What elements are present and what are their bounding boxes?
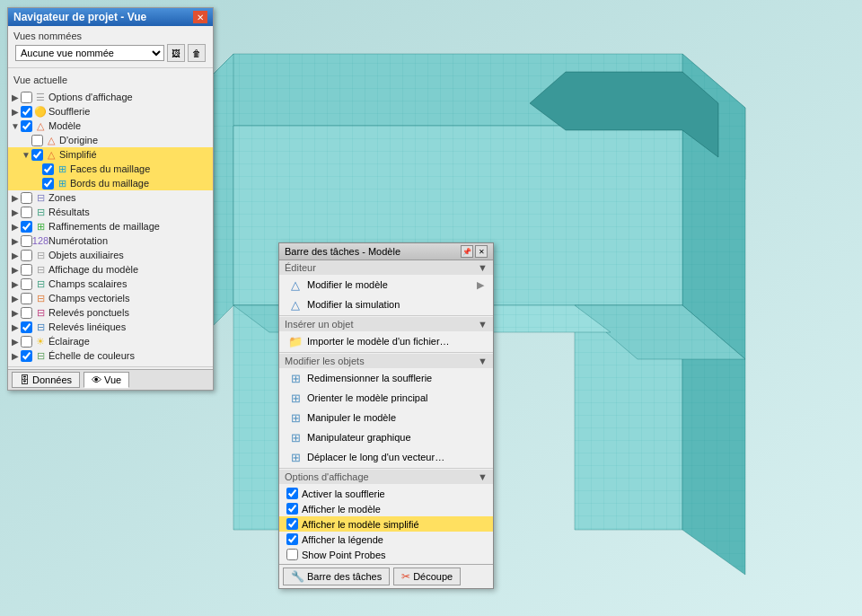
tree-expand-raffinements[interactable]: ▶: [10, 222, 21, 232]
tree-expand-resultats[interactable]: ▶: [10, 207, 21, 217]
show-probes-checkbox[interactable]: [286, 549, 298, 560]
tree-checkbox-zones[interactable]: [21, 192, 32, 204]
manipuler-icon: ⊞: [288, 410, 303, 425]
deplacer-item[interactable]: ⊞ Déplacer le long d'un vecteur…: [279, 447, 493, 467]
tree-expand-releves[interactable]: ▶: [10, 308, 21, 318]
tree-item-soufflerie[interactable]: ▶🟡Soufflerie: [8, 104, 213, 119]
tree-checkbox-options[interactable]: [21, 92, 32, 103]
afficher-legende-checkbox[interactable]: [286, 533, 298, 545]
taskbar-close-button[interactable]: ✕: [475, 245, 488, 258]
tree-item-vecteurs[interactable]: ▶⊟Champs vectoriels: [8, 291, 213, 305]
tree-checkbox-echelle[interactable]: [21, 350, 32, 362]
tree-item-eclairage[interactable]: ▶☀Éclairage: [8, 334, 213, 348]
afficher-modele-checkbox[interactable]: [286, 503, 298, 515]
nav-close-button[interactable]: ✕: [193, 11, 207, 23]
tree-item-zones[interactable]: ▶⊟Zones: [8, 190, 213, 205]
tree-checkbox-releves[interactable]: [21, 307, 32, 319]
tree-checkbox-soufflerie[interactable]: [21, 106, 32, 118]
modifier-modele-item[interactable]: △ Modifier le modèle ▶: [279, 275, 493, 295]
tree-item-releves[interactable]: ▶⊟Relevés ponctuels: [8, 305, 213, 320]
tree-expand-eclairage[interactable]: ▶: [10, 337, 21, 347]
redimensionner-item[interactable]: ⊞ Redimensionner la soufflerie: [279, 368, 493, 388]
activer-soufflerie-checkbox[interactable]: [286, 488, 298, 499]
afficher-simplifie-checkbox[interactable]: [286, 518, 298, 530]
current-view-label: Vue actuelle: [12, 72, 209, 86]
tree-label-raffinements: Raffinements de maillage: [48, 221, 160, 232]
tree-checkbox-resultats[interactable]: [21, 207, 32, 218]
tree-item-scalaires[interactable]: ▶⊟Champs scalaires: [8, 277, 213, 291]
named-views-select[interactable]: Aucune vue nommée: [15, 45, 164, 61]
taskbar-pin-button[interactable]: 📌: [461, 245, 473, 258]
afficher-modele-label: Afficher le modèle: [302, 504, 381, 515]
tree-checkbox-scalaires[interactable]: [21, 278, 32, 290]
tree-expand-zones[interactable]: ▶: [10, 193, 21, 203]
tree-expand-vecteurs[interactable]: ▶: [10, 294, 21, 304]
tree-expand-soufflerie[interactable]: ▶: [10, 107, 21, 117]
tree-checkbox-modele[interactable]: [21, 120, 32, 132]
tree-item-objets_aux[interactable]: ▶⊟Objets auxiliaires: [8, 248, 213, 262]
tree-checkbox-dorigine[interactable]: [31, 135, 43, 146]
tree-checkbox-vecteurs[interactable]: [21, 293, 32, 304]
tree-checkbox-affichage[interactable]: [21, 264, 32, 276]
nav-save-view-button[interactable]: 🖼: [167, 44, 185, 62]
barre-des-taches-tab[interactable]: 🔧 Barre des tâches: [283, 568, 390, 585]
tree-checkbox-objets_aux[interactable]: [21, 250, 32, 261]
tree-checkbox-raffinements[interactable]: [21, 221, 32, 233]
nav-delete-view-button[interactable]: 🗑: [188, 44, 206, 62]
tree-checkbox-eclairage[interactable]: [21, 336, 32, 348]
tree-item-options[interactable]: ▶☰Options d'affichage: [8, 90, 213, 104]
modifier-modele-arrow: ▶: [477, 279, 484, 291]
tree-item-echelle[interactable]: ▶⊟Échelle de couleurs: [8, 348, 213, 363]
tree-expand-options[interactable]: ▶: [10, 92, 21, 102]
orienter-item[interactable]: ⊞ Orienter le modèle principal: [279, 388, 493, 408]
tree-expand-objets_aux[interactable]: ▶: [10, 251, 21, 260]
activer-soufflerie-item[interactable]: Activer la soufflerie: [279, 486, 493, 501]
tree-icon-releves: ⊟: [34, 306, 47, 319]
afficher-simplifie-label: Afficher le modèle simplifié: [302, 519, 419, 530]
tree-item-faces[interactable]: ⊞Faces du maillage: [8, 162, 213, 176]
tree-expand-simplifie[interactable]: ▼: [21, 150, 31, 160]
tree-expand-echelle[interactable]: ▶: [10, 351, 21, 361]
tree-label-lineaires: Relevés linéiques: [48, 321, 126, 332]
section-editeur-label: Éditeur: [285, 262, 316, 273]
tree-item-resultats[interactable]: ▶⊟Résultats: [8, 205, 213, 219]
tree-checkbox-faces[interactable]: [42, 163, 54, 175]
afficher-modele-item[interactable]: Afficher le modèle: [279, 501, 493, 516]
tree-icon-vecteurs: ⊟: [34, 292, 47, 304]
decoupe-tab-label: Découpe: [413, 571, 453, 582]
taskbar-panel: Barre des tâches - Modèle 📌 ✕ Éditeur ▼ …: [278, 242, 494, 589]
section-editeur-header: Éditeur ▼: [279, 260, 493, 275]
decoupe-tab[interactable]: ✂ Découpe: [393, 568, 461, 585]
tree-item-raffinements[interactable]: ▶⊞Raffinements de maillage: [8, 219, 213, 233]
tree-checkbox-lineaires[interactable]: [21, 321, 32, 333]
tree-item-lineaires[interactable]: ▶⊟Relevés linéiques: [8, 320, 213, 334]
tree-checkbox-simplifie[interactable]: [31, 149, 43, 161]
tree-item-simplifie[interactable]: ▼△Simplifié: [8, 147, 213, 162]
tree-item-numerotation[interactable]: ▶128Numérotation: [8, 233, 213, 248]
importer-item[interactable]: 📁 Importer le modèle d'un fichier…: [279, 331, 493, 351]
tree-item-dorigine[interactable]: △D'origine: [8, 133, 213, 147]
tree-expand-affichage[interactable]: ▶: [10, 265, 21, 275]
afficher-simplifie-item[interactable]: Afficher le modèle simplifié: [279, 516, 493, 532]
afficher-legende-item[interactable]: Afficher la légende: [279, 532, 493, 547]
tree-item-bords[interactable]: ⊞Bords du maillage: [8, 176, 213, 190]
tree-checkbox-bords[interactable]: [42, 178, 54, 189]
tree-expand-numerotation[interactable]: ▶: [10, 236, 21, 246]
tree-icon-numerotation: 128: [34, 234, 47, 247]
tree-checkbox-numerotation[interactable]: [21, 235, 32, 247]
tree-expand-lineaires[interactable]: ▶: [10, 322, 21, 332]
taskbar-divider-1: [279, 315, 493, 316]
tree-expand-modele[interactable]: ▼: [10, 121, 21, 131]
show-probes-item[interactable]: Show Point Probes: [279, 547, 493, 562]
deplacer-label: Déplacer le long d'un vecteur…: [307, 452, 444, 462]
manipulateur-item[interactable]: ⊞ Manipulateur graphique: [279, 427, 493, 447]
tree-item-modele[interactable]: ▼△Modèle: [8, 119, 213, 133]
tab-donnees[interactable]: 🗄 Données: [12, 372, 80, 388]
tree-expand-scalaires[interactable]: ▶: [10, 279, 21, 289]
tree-item-affichage[interactable]: ▶⊟Affichage du modèle: [8, 262, 213, 277]
named-views-row: Aucune vue nommée 🖼 🗑: [12, 42, 209, 64]
modifier-simulation-item[interactable]: △ Modifier la simulation: [279, 295, 493, 314]
taskbar-buttons: 📌 ✕: [461, 245, 488, 258]
tab-vue[interactable]: 👁 Vue: [84, 372, 129, 388]
manipuler-item[interactable]: ⊞ Manipuler le modèle: [279, 408, 493, 427]
